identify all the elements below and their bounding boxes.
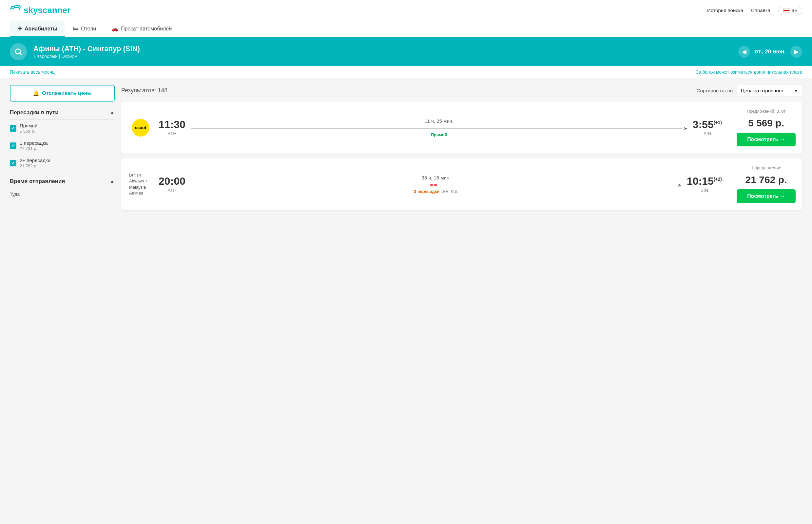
arrow-icon-2: ➤ xyxy=(678,182,682,188)
cars-icon: 🚗 xyxy=(112,26,118,32)
airline-logo-1: scoot xyxy=(129,119,152,136)
sort-select[interactable]: Цена за взрослого xyxy=(737,85,802,96)
one-stop-label: 1 пересадка 27 731 р. xyxy=(20,140,115,151)
depart-block-1: 11:30 ATH xyxy=(159,119,186,136)
search-details: 1 взрослый | Эконом xyxy=(33,54,732,59)
price-2: 21 762 р. xyxy=(746,174,787,185)
flight-card-left-1: scoot 11:30 ATH 11 ч. 25 мин. ➤ Прямой xyxy=(121,101,730,153)
scoot-logo: scoot xyxy=(132,119,149,136)
stopover-item-direct: Прямой 5 569 р. xyxy=(10,119,115,137)
two-plus-stops-label: 2+ пересадки 21 762 р. xyxy=(20,158,115,168)
search-circle[interactable] xyxy=(10,43,27,60)
stopovers-chevron-icon: ▲ xyxy=(109,110,115,116)
search-date: ◀ вт., 20 июн. ▶ xyxy=(738,46,802,58)
depart-time-2: 20:00 xyxy=(159,176,186,186)
line-left-1 xyxy=(191,128,682,129)
tab-hotels[interactable]: 🛏 Отели xyxy=(65,21,104,37)
bell-icon: 🔔 xyxy=(33,90,39,96)
stop-dot-2 xyxy=(434,184,437,186)
sidebar: 🔔 Отслеживать цены Пересадки в пути ▲ Пр… xyxy=(10,85,115,215)
tab-flights[interactable]: ✈ Авиабилеты xyxy=(10,21,65,37)
offers-text-1: Предложений: 8, от xyxy=(747,109,785,114)
airline-name-2: British Airways + Malaysia Airlines xyxy=(129,172,152,196)
sort-label: Сортировать по xyxy=(697,88,733,93)
departure-chevron-icon: ▲ xyxy=(109,179,115,184)
logo: skyscanner xyxy=(10,4,70,16)
results-count: Результатов: 148 xyxy=(121,87,168,94)
departure-sub: Туда xyxy=(10,188,115,200)
stop-dot-1 xyxy=(430,184,433,186)
arrive-airport-2: SIN xyxy=(687,188,722,193)
stopover-item-2plus: 2+ пересадки 21 762 р. xyxy=(10,154,115,171)
stops-2: 2 пересадки LHR, KUL xyxy=(191,189,682,194)
offers-text-2: 1 предложение xyxy=(751,165,781,170)
svg-line-1 xyxy=(20,53,22,55)
date-text: вт., 20 июн. xyxy=(755,48,786,55)
history-link[interactable]: История поиска xyxy=(707,7,743,13)
info-bar: Показать весь месяц За багаж может взима… xyxy=(0,66,812,78)
stopovers-filter: Пересадки в пути ▲ Прямой 5 569 р. 1 пер… xyxy=(10,109,115,171)
depart-airport-1: ATH xyxy=(159,131,186,136)
depart-airport-2: ATH xyxy=(159,188,186,193)
flight-card-left-2: British Airways + Malaysia Airlines 20:0… xyxy=(121,158,730,210)
price-1: 5 569 р. xyxy=(748,118,784,129)
arrow-icon-1: ➤ xyxy=(684,126,687,131)
view-button-1[interactable]: Посмотреть → xyxy=(737,133,796,146)
tabs-bar: ✈ Авиабилеты 🛏 Отели 🚗 Прокат автомобиле… xyxy=(0,21,812,37)
prev-date-button[interactable]: ◀ xyxy=(738,46,750,58)
card-right-1: Предложений: 8, от 5 569 р. Посмотреть → xyxy=(730,101,802,153)
airline-logo-2: British Airways + Malaysia Airlines xyxy=(129,176,152,193)
arrive-block-2: 10:15(+2) SIN xyxy=(687,176,722,193)
departure-filter-header[interactable]: Время отправления ▲ xyxy=(10,178,115,188)
flight-card-2: British Airways + Malaysia Airlines 20:0… xyxy=(121,158,802,210)
lang-text: ru- xyxy=(792,8,797,13)
main-content: 🔔 Отслеживать цены Пересадки в пути ▲ Пр… xyxy=(0,78,812,222)
track-prices-button[interactable]: 🔔 Отслеживать цены xyxy=(10,85,115,101)
svg-point-0 xyxy=(15,49,20,54)
one-stop-checkbox[interactable] xyxy=(10,143,16,149)
direct-label: Прямой 5 569 р. xyxy=(20,123,115,134)
line-left-2 xyxy=(191,185,429,185)
header: skyscanner История поиска Справка ru- xyxy=(0,0,812,21)
logo-text: skyscanner xyxy=(23,5,70,15)
duration-2: 33 ч. 15 мин. xyxy=(191,175,682,180)
flight-line-1: ➤ xyxy=(191,126,687,131)
depart-block-2: 20:00 ATH xyxy=(159,176,186,193)
help-link[interactable]: Справка xyxy=(751,7,770,13)
departure-filter: Время отправления ▲ Туда xyxy=(10,178,115,200)
stopovers-title: Пересадки в пути xyxy=(10,109,59,116)
departure-title: Время отправления xyxy=(10,178,65,185)
depart-time-1: 11:30 xyxy=(159,119,186,130)
line-right-2 xyxy=(438,185,676,185)
arrive-block-1: 3:55(+1) SIN xyxy=(693,119,722,136)
search-info: Афины (ATH) - Сингапур (SIN) 1 взрослый … xyxy=(33,45,732,59)
baggage-note: За багаж может взиматься дополнительная … xyxy=(696,69,802,75)
sort-container: Сортировать по Цена за взрослого ▼ xyxy=(697,85,802,96)
arrive-airport-1: SIN xyxy=(693,131,722,136)
view-button-2[interactable]: Посмотреть → xyxy=(737,189,796,203)
duration-block-2: 33 ч. 15 мин. ➤ 2 пересадки LHR, KUL xyxy=(191,175,682,194)
search-bar: Афины (ATH) - Сингапур (SIN) 1 взрослый … xyxy=(0,37,812,66)
next-date-button[interactable]: ▶ xyxy=(790,46,802,58)
stopovers-filter-header[interactable]: Пересадки в пути ▲ xyxy=(10,109,115,119)
stopover-item-1: 1 пересадка 27 731 р. xyxy=(10,137,115,154)
flights-icon: ✈ xyxy=(18,26,22,32)
flag-icon xyxy=(783,8,790,13)
results-header: Результатов: 148 Сортировать по Цена за … xyxy=(121,85,802,96)
duration-1: 11 ч. 25 мин. xyxy=(191,118,687,124)
tab-cars[interactable]: 🚗 Прокат автомобилей xyxy=(104,21,179,37)
flight-times-1: 11:30 ATH 11 ч. 25 мин. ➤ Прямой 3:55( xyxy=(159,118,722,137)
logo-icon xyxy=(10,4,21,16)
arrive-time-2: 10:15(+2) xyxy=(687,176,722,186)
show-month-link[interactable]: Показать весь месяц xyxy=(10,69,55,75)
two-plus-stops-checkbox[interactable] xyxy=(10,160,16,166)
direct-checkbox[interactable] xyxy=(10,125,16,132)
flight-times-2: 20:00 ATH 33 ч. 15 мин. ➤ 2 xyxy=(159,175,722,194)
hotels-icon: 🛏 xyxy=(73,26,78,32)
results-panel: Результатов: 148 Сортировать по Цена за … xyxy=(121,85,802,215)
stopovers-items: Прямой 5 569 р. 1 пересадка 27 731 р. 2+… xyxy=(10,119,115,171)
sort-wrapper: Цена за взрослого ▼ xyxy=(737,85,802,96)
stops-via-2: LHR, KUL xyxy=(441,189,458,194)
language-button[interactable]: ru- xyxy=(778,6,802,15)
flight-card-1: scoot 11:30 ATH 11 ч. 25 мин. ➤ Прямой xyxy=(121,101,802,153)
